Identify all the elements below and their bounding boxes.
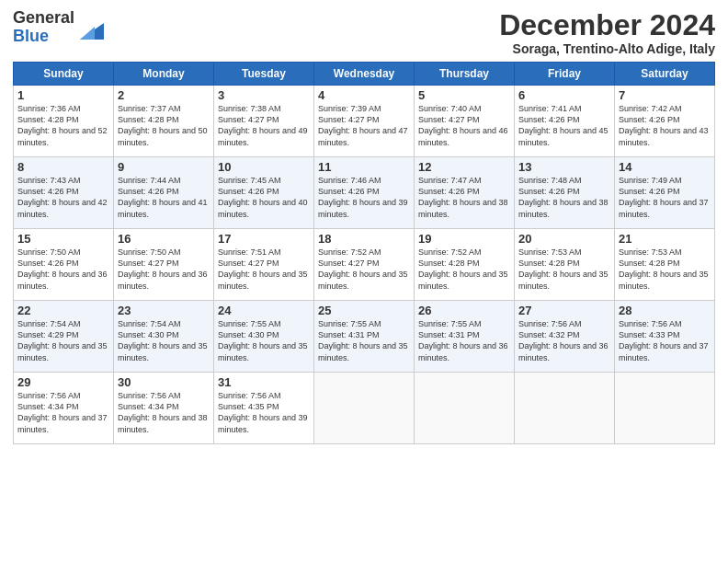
day-info: Sunrise: 7:55 AMSunset: 4:31 PMDaylight:… — [418, 319, 508, 362]
day-info: Sunrise: 7:39 AMSunset: 4:27 PMDaylight:… — [318, 104, 408, 146]
day-number: 8 — [17, 160, 109, 174]
day-info: Sunrise: 7:43 AMSunset: 4:26 PMDaylight:… — [17, 176, 108, 218]
header: General Blue December 2024 Soraga, Trent… — [13, 9, 715, 56]
day-number: 3 — [218, 88, 310, 102]
header-tuesday: Tuesday — [214, 63, 314, 86]
table-row: 11 Sunrise: 7:46 AMSunset: 4:26 PMDaylig… — [314, 157, 415, 229]
calendar: Sunday Monday Tuesday Wednesday Thursday… — [13, 62, 715, 444]
day-number: 28 — [619, 304, 711, 317]
day-info: Sunrise: 7:56 AMSunset: 4:35 PMDaylight:… — [218, 391, 308, 433]
day-number: 13 — [518, 160, 610, 174]
day-number: 4 — [318, 88, 410, 102]
table-row: 14 Sunrise: 7:49 AMSunset: 4:26 PMDaylig… — [615, 157, 715, 229]
month-title: December 2024 — [499, 9, 715, 41]
day-number: 23 — [118, 304, 210, 317]
table-row: 3 Sunrise: 7:38 AMSunset: 4:27 PMDayligh… — [214, 86, 314, 157]
day-number: 22 — [17, 304, 109, 317]
day-number: 6 — [518, 88, 610, 102]
logo-icon — [78, 14, 106, 41]
day-info: Sunrise: 7:52 AMSunset: 4:28 PMDaylight:… — [418, 247, 508, 290]
table-row: 2 Sunrise: 7:37 AMSunset: 4:28 PMDayligh… — [114, 86, 214, 157]
header-sunday: Sunday — [14, 63, 114, 86]
day-info: Sunrise: 7:55 AMSunset: 4:31 PMDaylight:… — [318, 319, 408, 362]
table-row: 27 Sunrise: 7:56 AMSunset: 4:32 PMDaylig… — [515, 301, 615, 373]
day-number: 30 — [118, 375, 210, 389]
table-row: 12 Sunrise: 7:47 AMSunset: 4:26 PMDaylig… — [415, 157, 515, 229]
table-row: 7 Sunrise: 7:42 AMSunset: 4:26 PMDayligh… — [615, 86, 715, 157]
table-row: 19 Sunrise: 7:52 AMSunset: 4:28 PMDaylig… — [415, 229, 515, 301]
day-number: 1 — [17, 88, 109, 102]
table-row: 1 Sunrise: 7:36 AMSunset: 4:28 PMDayligh… — [14, 86, 114, 157]
empty-cell — [615, 373, 715, 444]
day-number: 27 — [518, 304, 610, 317]
table-row: 31 Sunrise: 7:56 AMSunset: 4:35 PMDaylig… — [214, 373, 314, 444]
empty-cell — [515, 373, 615, 444]
day-info: Sunrise: 7:51 AMSunset: 4:27 PMDaylight:… — [218, 247, 308, 290]
day-number: 31 — [218, 375, 310, 389]
day-info: Sunrise: 7:36 AMSunset: 4:28 PMDaylight:… — [17, 104, 108, 146]
day-number: 9 — [118, 160, 210, 174]
table-row: 22 Sunrise: 7:54 AMSunset: 4:29 PMDaylig… — [14, 301, 114, 373]
table-row: 17 Sunrise: 7:51 AMSunset: 4:27 PMDaylig… — [214, 229, 314, 301]
table-row: 8 Sunrise: 7:43 AMSunset: 4:26 PMDayligh… — [14, 157, 114, 229]
table-row: 23 Sunrise: 7:54 AMSunset: 4:30 PMDaylig… — [114, 301, 214, 373]
day-info: Sunrise: 7:54 AMSunset: 4:30 PMDaylight:… — [118, 319, 208, 362]
day-info: Sunrise: 7:56 AMSunset: 4:34 PMDaylight:… — [17, 391, 108, 433]
day-number: 18 — [318, 232, 410, 246]
day-info: Sunrise: 7:50 AMSunset: 4:26 PMDaylight:… — [17, 247, 108, 290]
header-monday: Monday — [114, 63, 214, 86]
day-info: Sunrise: 7:53 AMSunset: 4:28 PMDaylight:… — [619, 247, 709, 290]
day-number: 25 — [318, 304, 410, 317]
logo-blue: Blue — [13, 28, 74, 46]
day-info: Sunrise: 7:44 AMSunset: 4:26 PMDaylight:… — [118, 176, 208, 218]
day-info: Sunrise: 7:49 AMSunset: 4:26 PMDaylight:… — [619, 176, 709, 218]
title-block: December 2024 Soraga, Trentino-Alto Adig… — [499, 9, 715, 56]
logo-general: General — [13, 9, 74, 28]
table-row: 18 Sunrise: 7:52 AMSunset: 4:27 PMDaylig… — [314, 229, 415, 301]
day-number: 2 — [118, 88, 210, 102]
day-info: Sunrise: 7:54 AMSunset: 4:29 PMDaylight:… — [17, 319, 108, 362]
day-number: 29 — [17, 375, 109, 389]
day-number: 5 — [418, 88, 510, 102]
table-row: 25 Sunrise: 7:55 AMSunset: 4:31 PMDaylig… — [314, 301, 415, 373]
header-wednesday: Wednesday — [314, 63, 415, 86]
day-number: 21 — [619, 232, 711, 246]
day-info: Sunrise: 7:47 AMSunset: 4:26 PMDaylight:… — [418, 176, 508, 218]
day-info: Sunrise: 7:56 AMSunset: 4:32 PMDaylight:… — [518, 319, 609, 362]
table-row: 5 Sunrise: 7:40 AMSunset: 4:27 PMDayligh… — [415, 86, 515, 157]
day-number: 12 — [418, 160, 510, 174]
days-header-row: Sunday Monday Tuesday Wednesday Thursday… — [14, 63, 715, 86]
day-info: Sunrise: 7:53 AMSunset: 4:28 PMDaylight:… — [518, 247, 609, 290]
location-subtitle: Soraga, Trentino-Alto Adige, Italy — [499, 41, 715, 56]
day-info: Sunrise: 7:38 AMSunset: 4:27 PMDaylight:… — [218, 104, 308, 146]
page: General Blue December 2024 Soraga, Trent… — [0, 0, 728, 563]
day-number: 14 — [619, 160, 711, 174]
day-number: 17 — [218, 232, 310, 246]
day-info: Sunrise: 7:45 AMSunset: 4:26 PMDaylight:… — [218, 176, 308, 218]
table-row: 6 Sunrise: 7:41 AMSunset: 4:26 PMDayligh… — [515, 86, 615, 157]
empty-cell — [314, 373, 415, 444]
day-info: Sunrise: 7:56 AMSunset: 4:33 PMDaylight:… — [619, 319, 709, 362]
day-number: 19 — [418, 232, 510, 246]
day-number: 16 — [118, 232, 210, 246]
day-info: Sunrise: 7:55 AMSunset: 4:30 PMDaylight:… — [218, 319, 308, 362]
table-row: 26 Sunrise: 7:55 AMSunset: 4:31 PMDaylig… — [415, 301, 515, 373]
empty-cell — [415, 373, 515, 444]
day-info: Sunrise: 7:52 AMSunset: 4:27 PMDaylight:… — [318, 247, 408, 290]
day-number: 26 — [418, 304, 510, 317]
day-info: Sunrise: 7:42 AMSunset: 4:26 PMDaylight:… — [619, 104, 709, 146]
table-row: 4 Sunrise: 7:39 AMSunset: 4:27 PMDayligh… — [314, 86, 415, 157]
header-saturday: Saturday — [615, 63, 715, 86]
day-info: Sunrise: 7:56 AMSunset: 4:34 PMDaylight:… — [118, 391, 208, 433]
table-row: 28 Sunrise: 7:56 AMSunset: 4:33 PMDaylig… — [615, 301, 715, 373]
table-row: 24 Sunrise: 7:55 AMSunset: 4:30 PMDaylig… — [214, 301, 314, 373]
day-info: Sunrise: 7:37 AMSunset: 4:28 PMDaylight:… — [118, 104, 208, 146]
svg-marker-1 — [80, 27, 95, 40]
logo: General Blue — [13, 9, 106, 46]
day-number: 24 — [218, 304, 310, 317]
day-number: 10 — [218, 160, 310, 174]
day-number: 15 — [17, 232, 109, 246]
table-row: 16 Sunrise: 7:50 AMSunset: 4:27 PMDaylig… — [114, 229, 214, 301]
table-row: 21 Sunrise: 7:53 AMSunset: 4:28 PMDaylig… — [615, 229, 715, 301]
day-info: Sunrise: 7:40 AMSunset: 4:27 PMDaylight:… — [418, 104, 508, 146]
